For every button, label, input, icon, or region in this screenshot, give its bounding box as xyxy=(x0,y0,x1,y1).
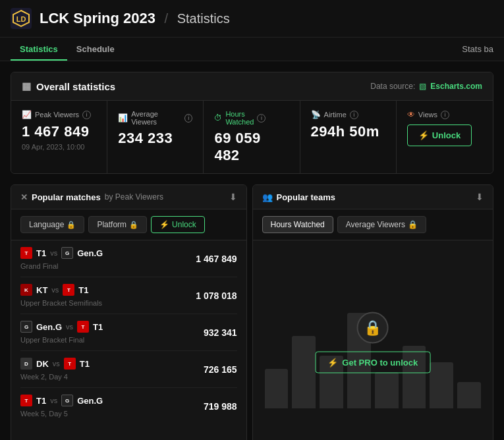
match-note: Upper Bracket Final xyxy=(20,336,184,344)
language-filter-tab[interactable]: Language 🔒 xyxy=(20,216,84,233)
views-info-icon[interactable]: i xyxy=(441,111,449,119)
hours-watched-icon: ⏱ xyxy=(214,113,222,123)
vs-text: vs xyxy=(50,397,57,404)
match-teams: G Gen.G vs T T1 Upper Bracket Final xyxy=(20,321,184,344)
vs-text: vs xyxy=(66,323,73,331)
peak-viewers-sub: 09 Apr, 2023, 10:00 xyxy=(22,143,96,151)
average-viewers-info-icon[interactable]: i xyxy=(184,114,192,123)
lock-circle-icon: 🔒 xyxy=(357,312,389,344)
peak-viewers-info-icon[interactable]: i xyxy=(82,111,91,119)
unlock-label: Unlock xyxy=(432,130,461,140)
stat-views: 👁 Views i ⚡ Unlock xyxy=(397,101,493,173)
match-teams: T T1 vs G Gen.G Week 5, Day 5 xyxy=(20,395,184,418)
views-icon: 👁 xyxy=(407,110,415,119)
chart-bar xyxy=(430,362,453,408)
team1-name: T1 xyxy=(36,248,46,258)
stats-section-header: ▦ Overall statistics Data source: ▧ Esch… xyxy=(11,72,493,101)
stat-hours-watched: ⏱ HoursWatched i 69 059 482 xyxy=(204,101,300,173)
match-teams: T T1 vs G Gen.G Grand Final xyxy=(20,247,184,270)
match-row: K KT vs T T1 Upper Bracket Semifinals 1 … xyxy=(20,277,237,314)
chart-bar xyxy=(265,369,289,408)
peak-viewers-label: Peak Viewers xyxy=(35,111,79,119)
stats-section-title-group: ▦ Overall statistics xyxy=(22,80,115,92)
stat-average-viewers: 📊 Average Viewers i 234 233 xyxy=(107,101,204,173)
unlock-filter-tab[interactable]: ⚡ Unlock xyxy=(151,216,205,233)
stat-airtime: 📡 Airtime i 294h 50m xyxy=(300,101,397,173)
nav-item-statistics[interactable]: Statistics xyxy=(11,38,67,61)
match-teams-row: K KT vs T T1 xyxy=(20,284,184,296)
get-pro-bolt-icon: ⚡ xyxy=(327,358,338,368)
get-pro-unlock-button[interactable]: ⚡ Get PRO to unlock xyxy=(315,352,430,373)
team2-name: Gen.G xyxy=(77,396,103,406)
vs-text: vs xyxy=(53,360,60,368)
x-icon: ✕ xyxy=(20,192,28,202)
vs-text: vs xyxy=(50,249,57,257)
match-viewers: 726 165 xyxy=(184,364,237,375)
popular-matches-title: Popular matches xyxy=(32,192,101,202)
nav-bar: Statistics Schedule Stats ba xyxy=(0,38,504,61)
peak-viewers-icon: 📈 xyxy=(22,110,32,119)
team2-logo: G xyxy=(61,247,73,259)
language-lock-icon: 🔒 xyxy=(67,221,76,229)
team2-logo: G xyxy=(61,395,73,406)
match-teams: D DK vs T T1 Week 2, Day 4 xyxy=(20,358,184,381)
hours-watched-filter-label: Hours Watched xyxy=(271,220,325,229)
platform-filter-tab[interactable]: Platform 🔒 xyxy=(88,216,147,233)
popular-matches-header: ✕ Popular matches by Peak Viewers ⬇ xyxy=(11,185,246,209)
popular-matches-filters: Language 🔒 Platform 🔒 ⚡ Unlock xyxy=(11,209,246,240)
popular-matches-download-icon[interactable]: ⬇ xyxy=(229,192,237,202)
data-source-label: Data source: xyxy=(370,82,415,91)
get-pro-label: Get PRO to unlock xyxy=(342,358,418,368)
match-teams-row: G Gen.G vs T T1 xyxy=(20,321,184,333)
match-row: D DK vs T T1 Week 2, Day 4 726 165 xyxy=(20,351,237,388)
team1-logo: D xyxy=(20,358,32,370)
views-unlock-button[interactable]: ⚡ Unlock xyxy=(407,124,472,146)
airtime-value: 294h 50m xyxy=(311,123,385,140)
hours-watched-info-icon[interactable]: i xyxy=(257,114,266,123)
overall-statistics-section: ▦ Overall statistics Data source: ▧ Esch… xyxy=(11,72,493,174)
tournament-title: LCK Spring 2023 xyxy=(40,10,155,27)
airtime-info-icon[interactable]: i xyxy=(350,111,358,119)
unlock-filter-label: Unlock xyxy=(172,220,196,229)
popular-teams-filters: Hours Watched Average Viewers 🔒 xyxy=(253,209,493,240)
team2-name: T1 xyxy=(93,322,103,332)
match-viewers: 932 341 xyxy=(184,327,237,338)
team2-logo: T xyxy=(64,358,76,370)
hours-watched-filter-tab[interactable]: Hours Watched xyxy=(262,216,333,233)
match-teams-row: T T1 vs G Gen.G xyxy=(20,247,184,259)
average-viewers-icon: 📊 xyxy=(118,113,128,123)
peak-viewers-value: 1 467 849 xyxy=(22,123,96,140)
popular-teams-icon: 👥 xyxy=(262,192,273,202)
page-header: LD LCK Spring 2023 / Statistics xyxy=(0,0,504,38)
bar-chart-icon: ▦ xyxy=(22,80,31,92)
header-slash: / xyxy=(161,11,172,26)
header-subtitle: Statistics xyxy=(177,11,230,26)
stat-peak-viewers: 📈 Peak Viewers i 1 467 849 09 Apr, 2023,… xyxy=(11,101,107,173)
platform-lock-icon: 🔒 xyxy=(129,221,138,229)
match-note: Week 2, Day 4 xyxy=(20,373,184,381)
popular-teams-header: 👥 Popular teams ⬇ xyxy=(253,185,493,209)
stats-section-title: Overall statistics xyxy=(36,81,115,92)
chart-bar xyxy=(292,336,316,408)
average-viewers-filter-label: Average Viewers xyxy=(346,220,405,229)
team2-name: T1 xyxy=(80,359,90,369)
average-viewers-value: 234 233 xyxy=(118,130,192,147)
match-row: T T1 vs G Gen.G Week 5, Day 5 719 988 xyxy=(20,388,237,424)
team1-name: DK xyxy=(36,359,49,369)
data-source-group: Data source: ▧ Escharts.com xyxy=(370,82,482,91)
team1-logo: T xyxy=(20,247,32,259)
popular-teams-download-icon[interactable]: ⬇ xyxy=(476,192,484,202)
nav-item-schedule[interactable]: Schedule xyxy=(67,38,124,61)
average-viewers-lock-icon: 🔒 xyxy=(408,220,418,229)
team1-name: T1 xyxy=(36,396,46,406)
language-filter-label: Language xyxy=(29,220,64,229)
match-list: T T1 vs G Gen.G Grand Final 1 467 849 K … xyxy=(11,240,246,424)
match-viewers: 1 467 849 xyxy=(184,254,237,264)
match-teams-row: T T1 vs G Gen.G xyxy=(20,395,184,406)
team2-logo: T xyxy=(63,284,74,296)
svg-text:LD: LD xyxy=(16,15,26,23)
escharts-link[interactable]: Escharts.com xyxy=(430,82,482,91)
average-viewers-filter-tab[interactable]: Average Viewers 🔒 xyxy=(337,216,426,233)
popular-matches-title-group: ✕ Popular matches by Peak Viewers xyxy=(20,192,163,202)
vs-text: vs xyxy=(51,286,59,294)
